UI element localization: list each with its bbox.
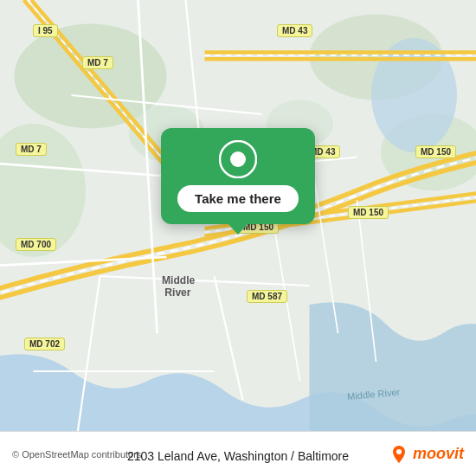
moovit-text: moovit <box>413 445 464 463</box>
location-pin-icon <box>219 140 257 178</box>
svg-point-35 <box>396 449 402 454</box>
road-label-md150-right: MD 150 <box>348 206 389 219</box>
road-label-md150-far: MD 150 <box>415 145 456 158</box>
road-label-md7-left: MD 7 <box>16 143 47 156</box>
svg-point-34 <box>230 151 246 167</box>
moovit-logo: moovit <box>389 444 464 465</box>
svg-text:Middle: Middle <box>162 274 196 286</box>
bottom-bar: © OpenStreetMap contributors 2103 Leland… <box>0 431 476 476</box>
take-me-there-button[interactable]: Take me there <box>177 185 299 212</box>
location-popup: Take me there <box>161 128 315 224</box>
map-container: Middle River Middle River I 95 MD 7 MD 4… <box>0 0 476 476</box>
map-background: Middle River Middle River <box>0 0 476 476</box>
road-label-md700: MD 700 <box>16 238 56 251</box>
road-label-md7-top: MD 7 <box>82 56 113 69</box>
copyright-text: © OpenStreetMap contributors <box>12 449 141 460</box>
road-label-i95: I 95 <box>33 24 58 37</box>
road-label-md702: MD 702 <box>24 338 65 351</box>
svg-text:River: River <box>164 286 191 299</box>
address-label: 2103 Leland Ave, Washington / Baltimore <box>127 449 349 463</box>
road-label-md587: MD 587 <box>247 290 287 303</box>
road-label-md43-top: MD 43 <box>277 24 312 37</box>
moovit-icon <box>389 444 409 465</box>
